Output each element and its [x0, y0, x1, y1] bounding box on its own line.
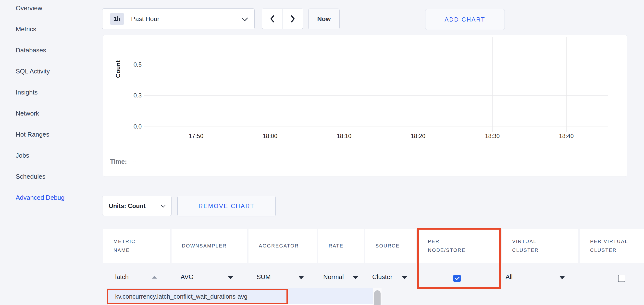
- sidebar-item-insights[interactable]: Insights: [16, 88, 38, 96]
- remove-chart-button[interactable]: REMOVE CHART: [178, 196, 276, 216]
- units-dropdown[interactable]: Units: Count: [102, 196, 172, 216]
- x-tick-label: 18:30: [485, 133, 500, 140]
- now-button[interactable]: Now: [308, 8, 340, 29]
- metric-autocomplete-option[interactable]: kv.concurrency.latch_conflict_wait_durat…: [115, 288, 248, 305]
- x-tick-label: 18:10: [337, 133, 352, 140]
- column-header-metric-name: METRIC NAME: [103, 229, 170, 263]
- dropdown-scrollbar-thumb[interactable]: [374, 290, 380, 305]
- caret-down-icon[interactable]: [228, 276, 233, 279]
- sidebar-item-hot-ranges[interactable]: Hot Ranges: [16, 130, 49, 139]
- rate-select[interactable]: Normal: [323, 273, 344, 281]
- previous-time-window-button[interactable]: [262, 9, 283, 29]
- custom-chart-page: Overview Metrics Databases SQL Activity …: [0, 0, 644, 305]
- add-chart-button[interactable]: ADD CHART: [425, 9, 505, 30]
- gridline-vertical: [344, 37, 344, 132]
- virtual-cluster-select[interactable]: All: [506, 273, 513, 281]
- gridline-horizontal: [144, 65, 608, 65]
- gridline-vertical: [566, 37, 566, 132]
- caret-down-icon[interactable]: [560, 276, 565, 279]
- column-header-rate: RATE: [318, 229, 364, 263]
- time-range-dropdown[interactable]: 1h Past Hour: [102, 8, 254, 29]
- column-header-virtual-cluster: VIRTUAL CLUSTER: [502, 229, 578, 263]
- time-range-label: Past Hour: [131, 15, 160, 23]
- column-header-per-node-store: PER NODE/STORE: [418, 229, 500, 263]
- chevron-right-icon: [290, 15, 296, 23]
- time-range-badge: 1h: [110, 13, 124, 25]
- next-time-window-button[interactable]: [283, 9, 304, 29]
- column-header-aggregator: AGGREGATOR: [248, 229, 317, 263]
- sidebar-item-databases[interactable]: Databases: [16, 46, 46, 54]
- sidebar-item-overview[interactable]: Overview: [16, 4, 42, 12]
- sidebar-item-jobs[interactable]: Jobs: [16, 151, 29, 160]
- chart-card: [103, 35, 627, 177]
- x-tick-label: 18:40: [559, 133, 574, 140]
- gridline-vertical: [270, 37, 270, 132]
- caret-down-icon[interactable]: [402, 276, 407, 279]
- y-tick-label: 0.5: [115, 61, 142, 68]
- gridline-vertical: [492, 37, 492, 132]
- metric-autocomplete-dropdown: kv.concurrency.latch_conflict_wait_durat…: [107, 288, 382, 305]
- column-header-downsampler: DOWNSAMPLER: [172, 229, 247, 263]
- aggregator-select[interactable]: SUM: [256, 273, 271, 281]
- downsampler-select[interactable]: AVG: [180, 273, 194, 281]
- x-tick-label: 17:50: [189, 133, 204, 140]
- hover-time-readout: Time:--: [110, 158, 136, 165]
- gridline-horizontal: [144, 95, 608, 96]
- dropdown-open-indicator-icon: [152, 276, 157, 279]
- x-tick-label: 18:00: [263, 133, 278, 140]
- column-header-source: SOURCE: [365, 229, 416, 263]
- metric-name-input[interactable]: latch: [115, 273, 129, 281]
- sidebar-item-sql-activity[interactable]: SQL Activity: [16, 67, 50, 75]
- gridline-horizontal: [144, 127, 608, 127]
- gridline-vertical: [196, 37, 196, 132]
- source-select[interactable]: Cluster: [372, 273, 392, 281]
- caret-down-icon[interactable]: [353, 276, 358, 279]
- dropdown-scrollbar-track[interactable]: [373, 288, 382, 305]
- caret-down-icon[interactable]: [298, 276, 304, 279]
- per-virtual-cluster-checkbox[interactable]: [618, 275, 626, 282]
- metric-autocomplete-next-option: [108, 304, 373, 305]
- column-header-per-virtual-cluster: PER VIRTUAL CLUSTER: [580, 229, 644, 263]
- gridline-vertical: [418, 37, 418, 132]
- chevron-down-icon: [161, 203, 166, 208]
- sidebar-item-advanced-debug[interactable]: Advanced Debug: [16, 193, 64, 202]
- sidebar-item-metrics[interactable]: Metrics: [16, 25, 36, 33]
- chevron-down-icon: [242, 15, 248, 21]
- units-dropdown-label: Units: Count: [109, 202, 146, 210]
- y-tick-label: 0.0: [115, 123, 142, 130]
- sidebar-item-network[interactable]: Network: [16, 109, 39, 117]
- hover-time-label: Time:: [110, 158, 127, 165]
- hover-time-value: --: [132, 158, 136, 165]
- y-tick-label: 0.3: [115, 92, 142, 99]
- x-tick-label: 18:20: [411, 133, 426, 140]
- time-window-nav: [262, 8, 304, 29]
- chevron-left-icon: [269, 15, 276, 23]
- sidebar-item-schedules[interactable]: Schedules: [16, 172, 45, 181]
- per-node-store-checkbox[interactable]: [453, 275, 461, 282]
